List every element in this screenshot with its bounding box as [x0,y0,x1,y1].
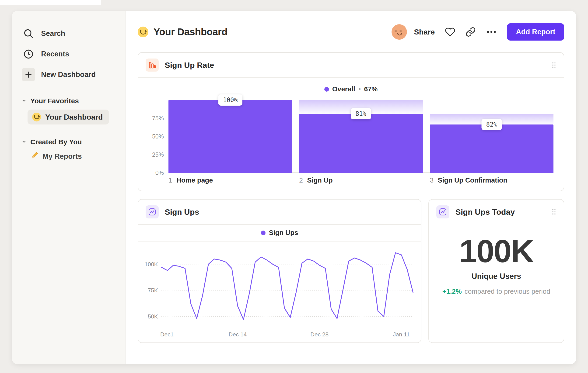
card-header: Sign Ups [138,200,421,225]
kpi-body: 100K Unique Users +1.2% compared to prev… [429,224,564,343]
funnel-chart-icon [146,59,159,71]
favorites-section: Your Favorites Your Dashboard [21,97,118,124]
legend-value: 67% [364,85,378,93]
browser-chrome-remnant [0,0,101,5]
drag-handle-icon[interactable] [552,208,556,215]
legend-series-name: Overall [332,85,355,93]
card-header: Sign Up Rate [138,53,564,78]
funnel-step-label: 3Sign Up Confirmation [430,176,554,184]
page-title: Your Dashboard [154,26,228,38]
funnel-bars: 100%81%82% [168,100,554,173]
section-title: Your Favorites [30,97,79,105]
smiley-emoji [32,113,41,121]
legend-dot-icon [324,87,329,92]
svg-text:Dec1: Dec1 [160,331,174,338]
sidebar-item-my-reports[interactable]: My Reports [31,151,82,161]
funnel-y-axis: 75%50%25%0% [148,100,164,173]
funnel-step-label: 2Sign Up [299,176,423,184]
copy-link-button[interactable] [465,27,476,37]
funnel-bar-fill [168,100,292,173]
sign-up-rate-card: Sign Up Rate Overall • 67% 75%50%25%0% 1… [138,52,564,191]
y-axis-label: 0% [148,170,164,176]
step-name: Sign Up [307,176,333,184]
sidebar: Search Recents New Dashboard Your Favori… [12,11,126,364]
funnel-step-label: 1Home page [168,176,292,184]
kpi-delta-value: +1.2% [442,288,462,295]
funnel-bar-fill [299,114,423,173]
y-axis-label: 75% [148,115,164,122]
sidebar-item-label: Your Dashboard [45,113,103,121]
sidebar-item-label: Search [41,29,65,38]
sidebar-item-new-dashboard[interactable]: New Dashboard [21,66,118,83]
kpi-delta-row: +1.2% compared to previous period [442,288,550,295]
share-button[interactable]: Share [414,28,435,36]
sidebar-item-label: New Dashboard [41,71,96,79]
sign-ups-today-card: Sign Ups Today 100K Unique Users +1.2% c… [428,199,564,343]
drag-handle-icon[interactable] [552,61,556,69]
sidebar-item-label: Recents [41,50,69,58]
step-name: Home page [176,176,213,184]
line-chart-icon [436,205,449,218]
step-number: 3 [430,176,433,184]
legend-dot-icon [261,231,265,235]
svg-text:50K: 50K [148,313,158,320]
section-title: Created By You [30,138,82,146]
main-content: Your Dashboard Share Add Report [126,11,576,364]
dashboard-header: Your Dashboard Share Add Report [138,23,564,40]
kpi-delta-description: compared to previous period [465,288,550,295]
dashboard-title-emoji [138,27,148,37]
line-chart-icon [146,205,159,218]
line-legend: Sign Ups [138,225,421,242]
funnel-bar[interactable]: 82% [430,100,554,173]
user-avatar[interactable] [391,24,407,40]
sidebar-item-recents[interactable]: Recents [21,45,118,63]
favorite-heart-button[interactable] [445,27,455,37]
svg-text:75K: 75K [148,287,158,293]
clock-icon [21,47,35,61]
kpi-value: 100K [459,235,533,267]
legend-series-name: Sign Ups [269,229,298,237]
y-axis-label: 25% [148,151,164,158]
sign-ups-line-chart[interactable]: 100K75K50KDec1Dec 14Dec 28Jan 11 [144,244,415,338]
card-title: Sign Ups Today [455,208,515,217]
card-header: Sign Ups Today [429,200,564,224]
chevron-down-icon [21,138,27,146]
funnel-step-labels: 1Home page2Sign Up3Sign Up Confirmation [148,176,554,184]
legend-separator: • [358,85,361,93]
conversion-value-label: 100% [218,94,242,106]
conversion-value-label: 82% [482,119,502,130]
conversion-value-label: 81% [351,108,371,119]
svg-text:Jan 11: Jan 11 [393,331,410,338]
sidebar-item-search[interactable]: Search [21,25,118,42]
funnel-bar[interactable]: 81% [299,100,423,173]
add-report-button[interactable]: Add Report [507,23,564,40]
step-number: 1 [168,176,172,184]
line-chart-area: 100K75K50KDec1Dec 14Dec 28Jan 11 [138,242,421,343]
created-by-you-section-header[interactable]: Created By You [21,138,118,146]
card-title: Sign Up Rate [165,60,214,70]
chevron-down-icon [21,97,27,105]
step-name: Sign Up Confirmation [438,176,507,184]
funnel-bar[interactable]: 100% [168,100,292,173]
more-options-button[interactable] [486,27,497,37]
sidebar-item-your-dashboard[interactable]: Your Dashboard [28,110,109,124]
sign-ups-card: Sign Ups Sign Ups 100K75K50KDec1Dec 14De… [138,199,421,343]
funnel-legend: Overall • 67% [148,81,554,100]
funnel-chart-area: Overall • 67% 75%50%25%0% 100%81%82% 1Ho… [138,78,564,191]
step-number: 2 [299,176,303,184]
funnel-plot: 75%50%25%0% 100%81%82% [148,100,554,173]
search-icon [21,27,35,40]
created-by-you-section: Created By You My Reports [21,138,118,161]
title-group: Your Dashboard [138,26,228,38]
svg-text:Dec 14: Dec 14 [229,331,247,338]
header-actions: Share Add Report [391,23,564,40]
favorites-section-header[interactable]: Your Favorites [21,97,118,105]
bottom-cards-row: Sign Ups Sign Ups 100K75K50KDec1Dec 14De… [138,199,564,343]
y-axis-label: 50% [148,133,164,140]
plus-icon [22,68,35,81]
svg-text:100K: 100K [145,261,158,267]
pencil-icon [31,151,39,161]
plus-tile [21,68,35,81]
sidebar-item-label: My Reports [42,152,82,161]
kpi-label: Unique Users [472,272,521,281]
